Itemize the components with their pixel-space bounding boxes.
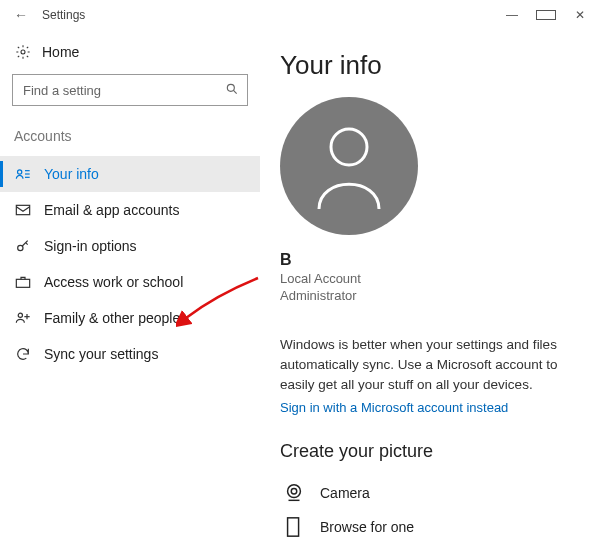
maximize-button[interactable] (536, 8, 556, 22)
sidebar-item-access-work-school[interactable]: Access work or school (0, 264, 260, 300)
camera-option[interactable]: Camera (280, 476, 572, 510)
create-picture-heading: Create your picture (280, 441, 572, 462)
window-title: Settings (42, 8, 85, 22)
svg-point-14 (288, 484, 301, 497)
sidebar-item-label: Email & app accounts (44, 202, 179, 218)
search-icon (225, 82, 239, 99)
svg-point-1 (227, 84, 234, 91)
upsell-text: Windows is better when your settings and… (280, 335, 572, 396)
sidebar-item-your-info[interactable]: Your info (0, 156, 260, 192)
category-header: Accounts (12, 126, 248, 156)
avatar-placeholder-icon (309, 121, 389, 211)
sidebar-item-label: Your info (44, 166, 99, 182)
home-label: Home (42, 44, 79, 60)
camera-icon (282, 482, 306, 504)
sync-icon (14, 346, 32, 362)
key-icon (14, 238, 32, 254)
sidebar-item-label: Access work or school (44, 274, 183, 290)
svg-point-10 (18, 313, 22, 317)
back-button[interactable]: ← (8, 7, 34, 23)
username: B (280, 251, 572, 269)
people-plus-icon (14, 311, 32, 325)
person-badge-icon (14, 167, 32, 181)
account-role: Administrator (280, 288, 572, 305)
sidebar-item-label: Sign-in options (44, 238, 137, 254)
page-title: Your info (280, 50, 572, 81)
search-input-wrapper[interactable] (12, 74, 248, 106)
sidebar-item-label: Sync your settings (44, 346, 158, 362)
gear-icon (14, 44, 32, 60)
sidebar: Home Accounts Your info (0, 30, 260, 548)
svg-point-3 (18, 170, 22, 174)
window-controls: — ✕ (502, 8, 592, 22)
avatar (280, 97, 418, 235)
search-input[interactable] (21, 82, 215, 99)
browse-label: Browse for one (320, 519, 414, 535)
sidebar-item-signin-options[interactable]: Sign-in options (0, 228, 260, 264)
briefcase-icon (14, 275, 32, 289)
main-region: Home Accounts Your info (0, 30, 600, 548)
svg-point-8 (18, 245, 23, 250)
content-area: Your info B Local Account Administrator … (260, 30, 600, 548)
home-button[interactable]: Home (12, 38, 248, 74)
browse-option[interactable]: Browse for one (280, 510, 572, 544)
svg-rect-7 (16, 205, 29, 214)
svg-point-13 (331, 129, 367, 165)
svg-rect-9 (16, 279, 29, 287)
svg-line-2 (233, 90, 236, 93)
sidebar-item-label: Family & other people (44, 310, 180, 326)
titlebar: ← Settings — ✕ (0, 0, 600, 30)
sidebar-item-email-accounts[interactable]: Email & app accounts (0, 192, 260, 228)
close-button[interactable]: ✕ (570, 8, 590, 22)
sidebar-item-family-other-people[interactable]: Family & other people (0, 300, 260, 336)
mail-icon (14, 204, 32, 216)
minimize-button[interactable]: — (502, 8, 522, 22)
svg-rect-16 (288, 517, 299, 535)
nav-list: Your info Email & app accounts Sign-in o… (0, 156, 260, 372)
svg-point-15 (291, 488, 297, 494)
sidebar-item-sync-settings[interactable]: Sync your settings (0, 336, 260, 372)
svg-point-0 (21, 50, 25, 54)
account-type: Local Account (280, 271, 572, 288)
browse-icon (282, 516, 306, 538)
signin-microsoft-link[interactable]: Sign in with a Microsoft account instead (280, 400, 508, 415)
camera-label: Camera (320, 485, 370, 501)
